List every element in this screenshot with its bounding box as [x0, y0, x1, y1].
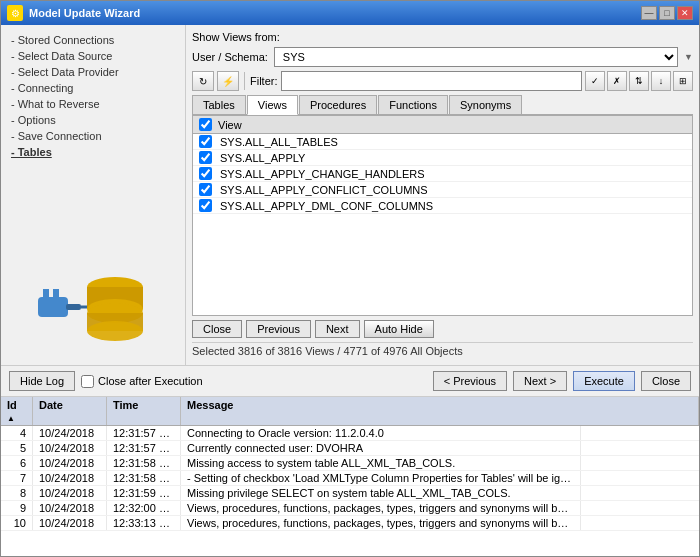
sort-icon: ▲: [7, 414, 15, 423]
sidebar-item-save-connection[interactable]: - Save Connection: [11, 129, 175, 143]
log-cell-id: 4: [1, 426, 33, 440]
log-row: 6 10/24/2018 12:31:58 PM Missing access …: [1, 456, 699, 471]
log-col-time: Time: [107, 397, 181, 425]
close-after-execution-checkbox[interactable]: [81, 375, 94, 388]
log-id-label: Id: [7, 399, 17, 411]
schema-select[interactable]: SYS: [274, 47, 678, 67]
row-name-2: SYS.ALL_APPLY_CHANGE_HANDLERS: [220, 168, 425, 180]
log-cell-id: 5: [1, 441, 33, 455]
next-nav-btn[interactable]: Next: [315, 320, 360, 338]
filter-down-btn[interactable]: ↓: [651, 71, 671, 91]
previous-nav-btn[interactable]: Previous: [246, 320, 311, 338]
row-name-1: SYS.ALL_APPLY: [220, 152, 305, 164]
log-cell-message: - Setting of checkbox 'Load XMLType Colu…: [181, 471, 581, 485]
title-buttons: — □ ✕: [641, 6, 693, 20]
window-title: Model Update Wizard: [29, 7, 140, 19]
log-row: 9 10/24/2018 12:32:00 PM Views, procedur…: [1, 501, 699, 516]
app-icon: ⚙: [7, 5, 23, 21]
row-checkbox-4[interactable]: [199, 199, 212, 212]
log-cell-id: 8: [1, 486, 33, 500]
log-cell-time: 12:31:58 PM: [107, 471, 181, 485]
maximize-button[interactable]: □: [659, 6, 675, 20]
main-window: ⚙ Model Update Wizard — □ ✕ - Stored Con…: [0, 0, 700, 557]
sidebar-item-what-to-reverse[interactable]: - What to Reverse: [11, 97, 175, 111]
log-cell-time: 12:33:13 PM: [107, 516, 181, 530]
log-cell-date: 10/24/2018: [33, 426, 107, 440]
filter-expand-btn[interactable]: ⊞: [673, 71, 693, 91]
select-all-checkbox[interactable]: [199, 118, 212, 131]
table-row: SYS.ALL_ALL_TABLES: [193, 134, 692, 150]
log-cell-time: 12:31:57 PM: [107, 441, 181, 455]
tab-synonyms[interactable]: Synonyms: [449, 95, 522, 114]
execute-btn[interactable]: Execute: [573, 371, 635, 391]
row-checkbox-3[interactable]: [199, 183, 212, 196]
toolbar-separator: [244, 72, 245, 90]
row-name-3: SYS.ALL_APPLY_CONFLICT_COLUMNS: [220, 184, 428, 196]
log-row: 8 10/24/2018 12:31:59 PM Missing privile…: [1, 486, 699, 501]
sidebar: - Stored Connections - Select Data Sourc…: [1, 25, 186, 365]
tab-functions[interactable]: Functions: [378, 95, 448, 114]
close-button[interactable]: ✕: [677, 6, 693, 20]
tab-tables[interactable]: Tables: [192, 95, 246, 114]
log-cell-time: 12:31:57 PM: [107, 426, 181, 440]
minimize-button[interactable]: —: [641, 6, 657, 20]
hide-log-btn[interactable]: Hide Log: [9, 371, 75, 391]
row-checkbox-0[interactable]: [199, 135, 212, 148]
log-cell-id: 6: [1, 456, 33, 470]
schema-dropdown-icon: ▼: [684, 52, 693, 62]
table-row: SYS.ALL_APPLY_DML_CONF_COLUMNS: [193, 198, 692, 214]
svg-rect-0: [38, 297, 68, 317]
auto-hide-btn[interactable]: Auto Hide: [364, 320, 434, 338]
right-panel: Show Views from: User / Schema: SYS ▼ ↻ …: [186, 25, 699, 365]
log-col-message: Message: [181, 397, 699, 425]
log-cell-message: Views, procedures, functions, packages, …: [181, 501, 581, 515]
filter-label: Filter:: [250, 75, 278, 87]
views-table: View SYS.ALL_ALL_TABLES SYS.ALL_APPLY SY…: [192, 115, 693, 316]
user-schema-label: User / Schema:: [192, 51, 268, 63]
sidebar-item-connecting[interactable]: - Connecting: [11, 81, 175, 95]
svg-rect-3: [66, 304, 81, 310]
filter-input[interactable]: [281, 71, 583, 91]
title-bar-left: ⚙ Model Update Wizard: [7, 5, 140, 21]
sidebar-item-options[interactable]: - Options: [11, 113, 175, 127]
final-close-btn[interactable]: Close: [641, 371, 691, 391]
sidebar-item-select-data-provider[interactable]: - Select Data Provider: [11, 65, 175, 79]
filter-check-btn[interactable]: ✓: [585, 71, 605, 91]
log-cell-date: 10/24/2018: [33, 456, 107, 470]
log-cell-id: 9: [1, 501, 33, 515]
sidebar-item-tables[interactable]: - Tables: [11, 145, 175, 159]
tabs-bar: Tables Views Procedures Functions Synony…: [192, 95, 693, 115]
tab-procedures[interactable]: Procedures: [299, 95, 377, 114]
toolbar-row: ↻ ⚡ Filter: ✓ ✗ ⇅ ↓ ⊞: [192, 71, 693, 91]
log-cell-id: 10: [1, 516, 33, 530]
log-cell-message: Currently connected user: DVOHRA: [181, 441, 581, 455]
filter-x-btn[interactable]: ✗: [607, 71, 627, 91]
tab-views[interactable]: Views: [247, 95, 298, 115]
close-nav-btn[interactable]: Close: [192, 320, 242, 338]
svg-rect-1: [43, 289, 49, 299]
row-checkbox-1[interactable]: [199, 151, 212, 164]
log-cell-message: Connecting to Oracle version: 11.2.0.4.0: [181, 426, 581, 440]
toolbar-filter-btn[interactable]: ⚡: [217, 71, 239, 91]
toolbar-refresh-btn[interactable]: ↻: [192, 71, 214, 91]
log-col-date: Date: [33, 397, 107, 425]
sidebar-item-stored-connections[interactable]: - Stored Connections: [11, 33, 175, 47]
row-checkbox-2[interactable]: [199, 167, 212, 180]
log-cell-time: 12:32:00 PM: [107, 501, 181, 515]
table-header-row: View: [193, 116, 692, 134]
log-row: 4 10/24/2018 12:31:57 PM Connecting to O…: [1, 426, 699, 441]
previous-btn[interactable]: < Previous: [433, 371, 507, 391]
schema-row: Show Views from:: [192, 31, 693, 43]
title-bar: ⚙ Model Update Wizard — □ ✕: [1, 1, 699, 25]
log-body: 4 10/24/2018 12:31:57 PM Connecting to O…: [1, 426, 699, 556]
sidebar-item-select-data-source[interactable]: - Select Data Source: [11, 49, 175, 63]
filter-sort-btn[interactable]: ⇅: [629, 71, 649, 91]
show-views-label: Show Views from:: [192, 31, 280, 43]
table-body: SYS.ALL_ALL_TABLES SYS.ALL_APPLY SYS.ALL…: [193, 134, 692, 315]
row-name-4: SYS.ALL_APPLY_DML_CONF_COLUMNS: [220, 200, 433, 212]
next-btn[interactable]: Next >: [513, 371, 567, 391]
main-content: - Stored Connections - Select Data Sourc…: [1, 25, 699, 365]
table-row: SYS.ALL_APPLY: [193, 150, 692, 166]
db-icon: [33, 267, 153, 347]
user-schema-row: User / Schema: SYS ▼: [192, 47, 693, 67]
